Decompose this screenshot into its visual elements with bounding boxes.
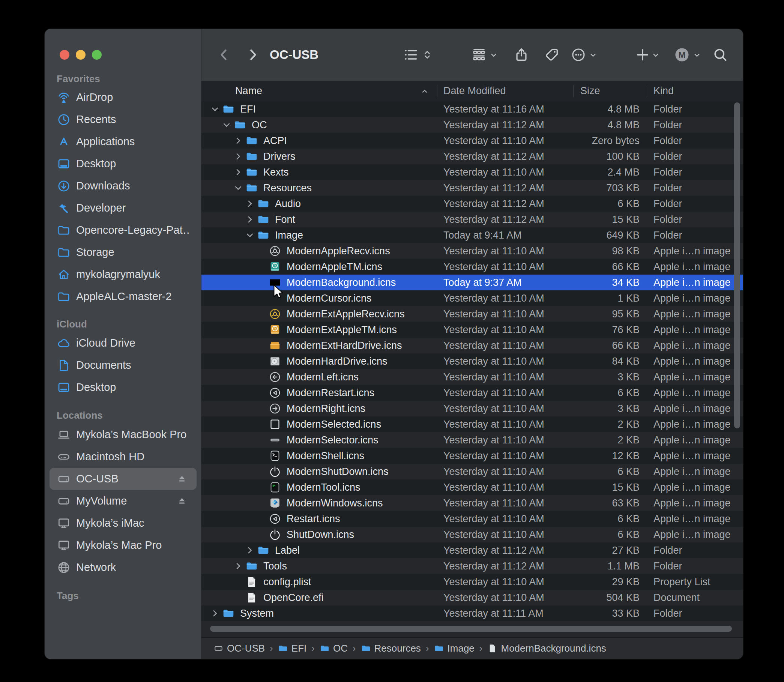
breadcrumb-modernbackground-icns[interactable]: ModernBackground.icns <box>487 643 606 654</box>
sidebar-item-airdrop[interactable]: AirDrop <box>49 86 196 108</box>
vertical-scrollbar[interactable] <box>734 102 740 429</box>
group-by-chevron-icon[interactable] <box>488 50 499 61</box>
sidebar-item-mykola-s-macbook-pro[interactable]: Mykola’s MacBook Pro <box>49 424 196 446</box>
row-Kexts[interactable]: KextsYesterday at 11:10 AM2.4 MBFolder <box>201 164 743 180</box>
sidebar-item-mykola-s-imac[interactable]: Mykola’s iMac <box>49 512 196 534</box>
close-button[interactable] <box>60 50 69 60</box>
disclosure-right-icon[interactable] <box>233 151 244 162</box>
row-ModernShutDown.icns[interactable]: ModernShutDown.icnsYesterday at 11:10 AM… <box>201 464 743 480</box>
row-ModernRight.icns[interactable]: ModernRight.icnsYesterday at 11:10 AM3 K… <box>201 401 743 416</box>
disclosure-down-icon[interactable] <box>244 229 255 241</box>
column-header-name[interactable]: Name <box>235 81 262 101</box>
sidebar-item-macintosh-hd[interactable]: Macintosh HD <box>49 446 196 468</box>
more-actions-chevron-icon[interactable] <box>588 50 598 61</box>
sidebar-item-downloads[interactable]: Downloads <box>49 175 196 197</box>
disclosure-right-icon[interactable] <box>209 608 221 619</box>
breadcrumb-efi[interactable]: EFI <box>278 643 306 654</box>
disclosure-right-icon[interactable] <box>244 198 255 209</box>
sidebar-item-documents[interactable]: Documents <box>49 354 196 376</box>
row-Image[interactable]: ImageToday at 9:41 AM649 KBFolder <box>201 227 743 243</box>
breadcrumb-separator: › <box>480 643 483 654</box>
row-Label[interactable]: LabelYesterday at 11:12 AM27 KBFolder <box>201 542 743 558</box>
row-OC[interactable]: OCYesterday at 11:12 AM4.8 MBFolder <box>201 117 743 133</box>
disclosure-down-icon[interactable] <box>209 104 221 115</box>
column-header-size[interactable]: Size <box>580 81 600 101</box>
sidebar-item-recents[interactable]: Recents <box>49 108 196 131</box>
group-by-button[interactable] <box>471 46 487 63</box>
row-Drivers[interactable]: DriversYesterday at 11:12 AM100 KBFolder <box>201 148 743 164</box>
eject-button[interactable] <box>175 473 188 485</box>
minimize-button[interactable] <box>76 50 86 60</box>
folder-icon <box>245 560 258 572</box>
disclosure-right-icon[interactable] <box>244 214 255 225</box>
sidebar-item-applealc-master-2[interactable]: AppleALC-master-2 <box>49 285 196 308</box>
row-ModernExtHardDrive.icns[interactable]: ModernExtHardDrive.icnsYesterday at 11:1… <box>201 338 743 354</box>
row-ModernExtAppleTM.icns[interactable]: ModernExtAppleTM.icnsYesterday at 11:10 … <box>201 322 743 338</box>
row-Restart.icns[interactable]: Restart.icnsYesterday at 11:10 AM6 KBApp… <box>201 511 743 527</box>
account-button[interactable]: M <box>674 46 690 63</box>
search-button[interactable] <box>712 46 728 63</box>
disclosure-down-icon[interactable] <box>233 182 244 194</box>
sidebar-item-myvolume[interactable]: MyVolume <box>49 490 196 512</box>
breadcrumb-oc[interactable]: OC <box>320 643 348 654</box>
horizontal-scrollbar[interactable] <box>210 626 732 632</box>
account-chevron-icon[interactable] <box>692 50 702 61</box>
column-divider[interactable] <box>573 85 574 97</box>
add-chevron-icon[interactable] <box>650 50 661 61</box>
breadcrumb-resources[interactable]: Resources <box>361 643 421 654</box>
disclosure-down-icon[interactable] <box>221 119 232 131</box>
eject-button[interactable] <box>175 495 188 508</box>
column-divider[interactable] <box>437 85 437 97</box>
column-divider[interactable] <box>648 85 648 97</box>
row-EFI[interactable]: EFIYesterday at 11:16 AM4.8 MBFolder <box>201 101 743 117</box>
row-ModernAppleRecv.icns[interactable]: ModernAppleRecv.icnsYesterday at 11:10 A… <box>201 243 743 259</box>
back-button[interactable] <box>216 46 232 63</box>
disclosure-right-icon[interactable] <box>233 135 244 146</box>
add-button[interactable] <box>634 46 651 63</box>
sidebar-item-desktop[interactable]: Desktop <box>49 376 196 398</box>
sidebar-item-mykolagrymalyuk[interactable]: mykolagrymalyuk <box>49 263 196 285</box>
row-ShutDown.icns[interactable]: ShutDown.icnsYesterday at 11:10 AM6 KBAp… <box>201 527 743 542</box>
row-ModernExtAppleRecv.icns[interactable]: ModernExtAppleRecv.icnsYesterday at 11:1… <box>201 306 743 322</box>
row-System[interactable]: SystemYesterday at 11:11 AM33 KBFolder <box>201 606 743 621</box>
row-OpenCore.efi[interactable]: OpenCore.efiYesterday at 11:10 AM504 KBD… <box>201 590 743 606</box>
column-header-date[interactable]: Date Modified <box>443 81 506 101</box>
row-Resources[interactable]: ResourcesYesterday at 11:12 AM703 KBFold… <box>201 180 743 196</box>
sidebar-item-oc-usb[interactable]: OC-USB <box>49 468 196 490</box>
more-actions-button[interactable] <box>570 46 587 63</box>
disclosure-right-icon[interactable] <box>244 545 255 556</box>
share-button[interactable] <box>513 46 530 63</box>
column-header-kind[interactable]: Kind <box>653 81 674 101</box>
row-config.plist[interactable]: config.plistYesterday at 11:10 AM29 KBPr… <box>201 574 743 590</box>
row-ModernAppleTM.icns[interactable]: ModernAppleTM.icnsYesterday at 11:10 AM6… <box>201 259 743 275</box>
sidebar-item-network[interactable]: Network <box>49 556 196 578</box>
sidebar-item-applications[interactable]: Applications <box>49 131 196 153</box>
row-ModernTool.icns[interactable]: ModernTool.icnsYesterday at 11:10 AM15 K… <box>201 480 743 495</box>
breadcrumb-oc-usb[interactable]: OC-USB <box>214 643 265 654</box>
sidebar-item-desktop[interactable]: Desktop <box>49 153 196 175</box>
row-Tools[interactable]: ToolsYesterday at 11:12 AM1.1 MBFolder <box>201 558 743 574</box>
sidebar-item-icloud-drive[interactable]: iCloud Drive <box>49 332 196 354</box>
sidebar-item-opencore-legacy-pat-[interactable]: Opencore-Legacy-Pat… <box>49 219 196 241</box>
row-ModernWindows.icns[interactable]: ModernWindows.icnsYesterday at 11:10 AM6… <box>201 495 743 511</box>
disclosure-right-icon[interactable] <box>233 167 244 178</box>
row-ModernHardDrive.icns[interactable]: ModernHardDrive.icnsYesterday at 11:10 A… <box>201 354 743 369</box>
zoom-button[interactable] <box>92 50 102 60</box>
sidebar-item-developer[interactable]: Developer <box>49 197 196 219</box>
row-Font[interactable]: FontYesterday at 11:12 AM15 KBFolder <box>201 212 743 227</box>
forward-button[interactable] <box>245 46 261 63</box>
row-ModernRestart.icns[interactable]: ModernRestart.icnsYesterday at 11:10 AM6… <box>201 385 743 401</box>
tag-button[interactable] <box>543 46 560 63</box>
row-Audio[interactable]: AudioYesterday at 11:12 AM6 KBFolder <box>201 196 743 212</box>
row-ModernShell.icns[interactable]: ModernShell.icnsYesterday at 11:10 AM12 … <box>201 448 743 464</box>
row-ModernSelector.icns[interactable]: ModernSelector.icnsYesterday at 11:10 AM… <box>201 432 743 448</box>
disclosure-right-icon[interactable] <box>233 561 244 572</box>
view-size-stepper[interactable] <box>421 49 433 61</box>
sidebar-item-storage[interactable]: Storage <box>49 241 196 263</box>
row-ModernSelected.icns[interactable]: ModernSelected.icnsYesterday at 11:10 AM… <box>201 416 743 432</box>
sidebar-item-mykola-s-mac-pro[interactable]: Mykola’s Mac Pro <box>49 534 196 556</box>
row-ACPI[interactable]: ACPIYesterday at 11:10 AMZero bytesFolde… <box>201 133 743 148</box>
row-ModernLeft.icns[interactable]: ModernLeft.icnsYesterday at 11:10 AM3 KB… <box>201 369 743 385</box>
breadcrumb-image[interactable]: Image <box>434 643 475 654</box>
view-list-button[interactable] <box>403 46 419 63</box>
